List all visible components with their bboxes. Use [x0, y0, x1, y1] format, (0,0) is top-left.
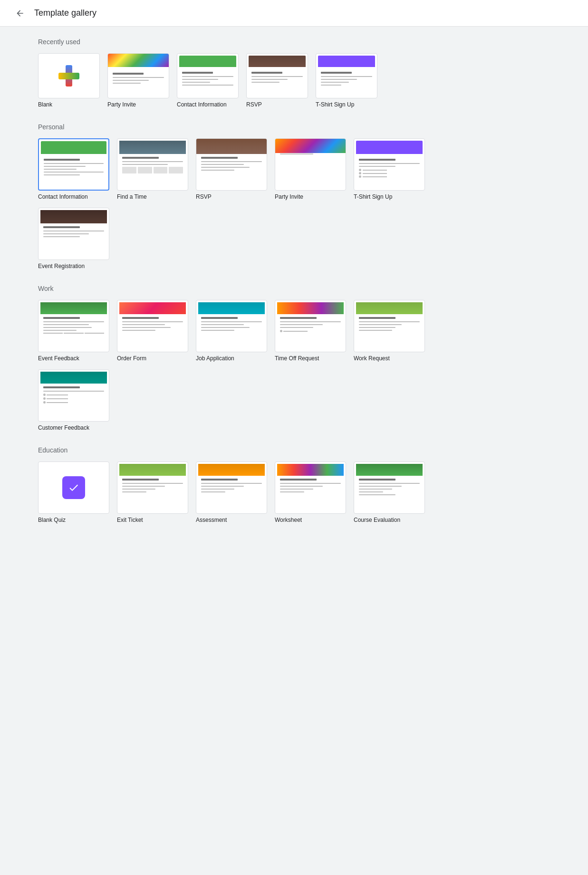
template-course-eval-label: Course Evaluation: [354, 517, 400, 523]
recently-used-grid: Blank Party Invite: [38, 53, 485, 108]
section-title-education: Education: [38, 446, 485, 454]
template-blank[interactable]: Blank: [38, 53, 100, 108]
template-contact-info[interactable]: Contact Information: [38, 138, 109, 200]
page-title: Template gallery: [34, 8, 96, 18]
template-work-req[interactable]: Work Request: [354, 300, 425, 362]
section-personal: Personal C: [38, 123, 485, 269]
section-recently-used: Recently used Blank: [38, 38, 485, 108]
template-assessment-label: Assessment: [196, 517, 227, 523]
template-assessment[interactable]: Assessment: [196, 462, 267, 523]
header: Template gallery: [0, 0, 588, 27]
template-party-invite-label: Party Invite: [275, 193, 303, 200]
template-tshirt[interactable]: T-Shirt Sign Up: [354, 138, 425, 200]
template-exit-ticket-label: Exit Ticket: [117, 517, 143, 523]
template-party-invite-r-label: Party Invite: [107, 101, 136, 108]
template-worksheet[interactable]: Worksheet: [275, 462, 346, 523]
template-exit-ticket[interactable]: Exit Ticket: [117, 462, 188, 523]
template-rsvp-r-label: RSVP: [246, 101, 262, 108]
template-worksheet-label: Worksheet: [275, 517, 302, 523]
template-rsvp-label: RSVP: [196, 193, 212, 200]
personal-grid: Contact Information: [38, 138, 485, 269]
section-title-recently-used: Recently used: [38, 38, 485, 46]
template-blank-label: Blank: [38, 101, 52, 108]
quiz-icon: [62, 476, 85, 499]
template-course-eval[interactable]: Course Evaluation: [354, 462, 425, 523]
template-party-invite[interactable]: Party Invite: [275, 138, 346, 200]
section-education: Education Blank Quiz: [38, 446, 485, 523]
template-contact-info-r-label: Contact Information: [177, 101, 227, 108]
template-customer-fb[interactable]: Customer Feedback: [38, 369, 109, 431]
template-tshirt-r[interactable]: T-Shirt Sign Up: [316, 53, 377, 108]
template-blank-quiz[interactable]: Blank Quiz: [38, 462, 109, 523]
section-title-personal: Personal: [38, 123, 485, 131]
template-customer-fb-label: Customer Feedback: [38, 424, 89, 431]
template-contact-info-label: Contact Information: [38, 193, 88, 200]
template-find-time-label: Find a Time: [117, 193, 147, 200]
template-order-form-label: Order Form: [117, 355, 146, 362]
template-rsvp-r[interactable]: RSVP: [246, 53, 308, 108]
template-job-app[interactable]: Job Application: [196, 300, 267, 362]
template-contact-info-r[interactable]: Contact Information: [177, 53, 239, 108]
work-grid: Event Feedback Order Fo: [38, 300, 485, 431]
template-event-reg-label: Event Registration: [38, 263, 85, 269]
template-tshirt-label: T-Shirt Sign Up: [354, 193, 392, 200]
template-time-off-label: Time Off Request: [275, 355, 319, 362]
template-job-app-label: Job Application: [196, 355, 234, 362]
template-rsvp[interactable]: RSVP: [196, 138, 267, 200]
template-party-invite-r[interactable]: Party Invite: [107, 53, 169, 108]
education-grid: Blank Quiz Exit Ticket: [38, 462, 485, 523]
template-event-feedback-label: Event Feedback: [38, 355, 79, 362]
template-event-reg[interactable]: Event Registration: [38, 208, 109, 269]
template-order-form[interactable]: Order Form: [117, 300, 188, 362]
template-work-req-label: Work Request: [354, 355, 390, 362]
section-work: Work: [38, 285, 485, 431]
template-event-feedback[interactable]: Event Feedback: [38, 300, 109, 362]
back-button[interactable]: [11, 5, 29, 22]
template-blank-quiz-label: Blank Quiz: [38, 517, 66, 523]
section-title-work: Work: [38, 285, 485, 292]
template-time-off[interactable]: Time Off Request: [275, 300, 346, 362]
template-tshirt-r-label: T-Shirt Sign Up: [316, 101, 354, 108]
template-find-time[interactable]: Find a Time: [117, 138, 188, 200]
